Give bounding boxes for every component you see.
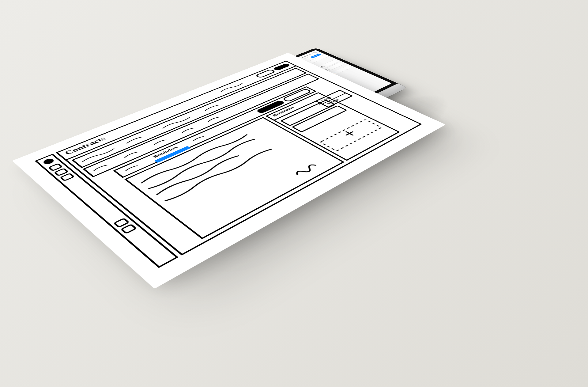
svg-rect-56 [292,106,346,132]
svg-rect-45 [255,70,275,78]
svg-point-62 [315,102,317,103]
svg-rect-39 [55,169,68,176]
svg-point-64 [319,104,321,105]
svg-rect-38 [49,164,62,171]
svg-rect-40 [61,173,74,181]
svg-line-61 [322,93,346,104]
avatar[interactable] [312,51,317,53]
svg-rect-41 [114,218,129,227]
svg-rect-42 [121,225,136,233]
svg-rect-46 [273,63,291,71]
svg-point-37 [42,158,55,165]
svg-line-44 [66,66,296,160]
chevron-down-icon[interactable]: ⌄ [311,53,313,54]
